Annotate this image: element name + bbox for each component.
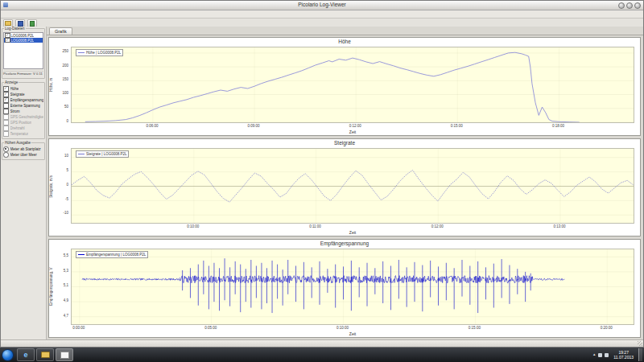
plot-area-climb-rate[interactable]: Steigrate | LOG0008.P2L [71, 148, 634, 224]
taskbar-clock[interactable]: 19:27 11.07.2013 [611, 350, 636, 360]
log-file-item[interactable]: LOG0008.P2L [4, 38, 43, 43]
display-option-label: Strom [10, 109, 20, 113]
legend-label: Höhe | LOG0008.P2L [86, 51, 121, 55]
folder-icon [41, 352, 50, 358]
x-axis: 0:00:000:05:000:10:000:15:000:20:00 [71, 326, 634, 331]
checkbox-icon[interactable] [3, 120, 9, 125]
display-option-checkbox: Temperatur [3, 131, 43, 137]
checkbox-icon[interactable] [3, 109, 9, 114]
chart-panel-altitude: Höhe Höhe, m 050100150200250 Höhe | LOG0… [48, 37, 641, 136]
x-tick-label: 0:11:00 [309, 224, 321, 228]
x-tick-label: 0:12:00 [349, 124, 361, 128]
window-title: Picolario Log-Viewer [1, 2, 643, 7]
display-option-checkbox[interactable]: Strom [3, 109, 43, 114]
legend: Steigrate | LOG0008.P2L [76, 150, 129, 158]
checkbox-icon[interactable] [3, 131, 9, 137]
x-axis-label: Zeit [71, 331, 634, 336]
title-bar[interactable]: Picolario Log-Viewer [1, 1, 643, 10]
display-option-label: Steigrate [10, 93, 25, 97]
display-option-checkbox[interactable]: Steigrate [3, 92, 43, 97]
desktop: Picolario Log-Viewer Log-Dateien [0, 0, 644, 362]
checkbox-icon[interactable] [3, 125, 9, 131]
firmware-label: Picolario Firmware: V 0.11 [3, 71, 43, 76]
save-disk-icon [18, 21, 23, 27]
system-tray: ▲ 19:27 11.07.2013 [592, 348, 642, 361]
x-tick-label: 0:06:00 [146, 124, 158, 128]
display-options-group-title: Anzeige [4, 80, 19, 84]
display-option-checkbox[interactable]: Externe Spannung [3, 103, 43, 109]
y-tick-label: 0 [66, 183, 68, 187]
x-axis: 0:10:000:11:000:12:000:13:00 [71, 224, 634, 229]
y-axis-label: Empfängerspannung, V [49, 249, 55, 325]
taskbar-app-log-viewer[interactable] [56, 348, 73, 361]
checkbox-icon[interactable] [3, 97, 9, 103]
y-tick-label: 200 [62, 64, 68, 68]
y-tick-label: 5,5 [64, 254, 68, 258]
display-option-checkbox[interactable]: Höhe [3, 86, 43, 92]
altitude-output-group-title: Höhen Ausgabe [4, 141, 31, 145]
plot-area-receiver-voltage[interactable]: Empfängerspannung | LOG0008.P2L [71, 249, 634, 325]
legend-label: Empfängerspannung | LOG0008.P2L [86, 253, 146, 257]
window-controls [618, 2, 641, 9]
log-files-group-title: Log-Dateien [4, 27, 26, 31]
display-option-label: Höhe [10, 87, 19, 91]
y-tick-label: 250 [62, 50, 68, 54]
tab-grafik[interactable]: Grafik [49, 27, 72, 35]
y-tick-label: -10 [63, 212, 68, 216]
y-axis: 1050-5-10 [55, 148, 70, 224]
main-area: Grafik Höhe Höhe, m 050100150200250 Höhe… [47, 27, 643, 340]
y-axis-label: Steigrate, m/s [49, 148, 55, 224]
open-folder-icon [5, 21, 11, 26]
x-tick-label: 0:00:00 [72, 326, 85, 330]
checkbox-icon[interactable] [3, 92, 9, 97]
altitude-output-radio[interactable]: Meter ab Startplatz [3, 146, 43, 152]
chart-title: Höhe [49, 39, 640, 44]
y-tick-label: -5 [65, 198, 68, 202]
radio-icon[interactable] [3, 146, 9, 152]
tab-bar: Grafik [47, 27, 643, 35]
checkbox-icon[interactable] [5, 38, 10, 43]
radio-icon[interactable] [3, 152, 9, 158]
resize-grip[interactable] [638, 341, 642, 346]
log-file-name: LOG0006.P2L [11, 34, 35, 38]
window-content: Log-Dateien LOG0006.P2L LOG0008.P2L Pico… [1, 27, 643, 340]
plot-area-altitude[interactable]: Höhe | LOG0008.P2L [71, 47, 634, 123]
y-axis-label: Höhe, m [49, 47, 55, 123]
checkbox-icon[interactable] [3, 114, 9, 120]
log-file-list[interactable]: LOG0006.P2L LOG0008.P2L [3, 32, 43, 69]
tray-network-icon[interactable] [598, 353, 602, 357]
tray-up-arrow-icon[interactable]: ▲ [592, 353, 596, 357]
display-options-group: Anzeige Höhe Steigrate Empfängerspan [2, 82, 45, 139]
x-tick-label: 0:15:00 [451, 124, 463, 128]
altitude-output-label: Meter ab Startplatz [10, 147, 41, 151]
taskbar-app-browser[interactable]: e [17, 348, 35, 361]
checkbox-icon[interactable] [3, 103, 9, 109]
tray-volume-icon[interactable] [605, 353, 609, 357]
checkbox-icon[interactable] [3, 86, 9, 92]
display-option-checkbox[interactable]: Empfängerspannung [3, 97, 43, 103]
maximize-button[interactable] [626, 2, 633, 9]
taskbar-app-explorer[interactable] [36, 348, 54, 361]
y-tick-label: 4,7 [64, 315, 68, 319]
y-tick-label: 150 [62, 78, 68, 82]
x-axis-label: Zeit [71, 130, 634, 134]
show-desktop-button[interactable] [638, 348, 642, 361]
y-axis: 050100150200250 [55, 47, 70, 123]
y-tick-label: 100 [62, 92, 68, 96]
chart-title: Empfängerspannung [49, 241, 640, 246]
altitude-output-label: Meter über Meer [10, 153, 37, 157]
altitude-output-group: Höhen Ausgabe Meter ab Startplatz Meter … [2, 142, 45, 160]
minimize-button[interactable] [618, 2, 625, 9]
y-tick-label: 10 [64, 154, 68, 158]
chart-panel-receiver-voltage: Empfängerspannung Empfängerspannung, V 4… [48, 239, 641, 338]
clock-date: 11.07.2013 [613, 355, 634, 360]
x-tick-label: 0:10:00 [336, 326, 349, 330]
sidebar: Log-Dateien LOG0006.P2L LOG0008.P2L Pico… [1, 27, 47, 340]
y-tick-label: 0 [66, 120, 68, 124]
start-button[interactable] [2, 349, 14, 361]
altitude-output-radio[interactable]: Meter über Meer [3, 152, 43, 158]
close-button[interactable] [634, 2, 641, 9]
status-bar [1, 339, 643, 347]
menu-bar [1, 10, 643, 19]
display-options-list: Höhe Steigrate Empfängerspannung Externe… [3, 86, 43, 137]
